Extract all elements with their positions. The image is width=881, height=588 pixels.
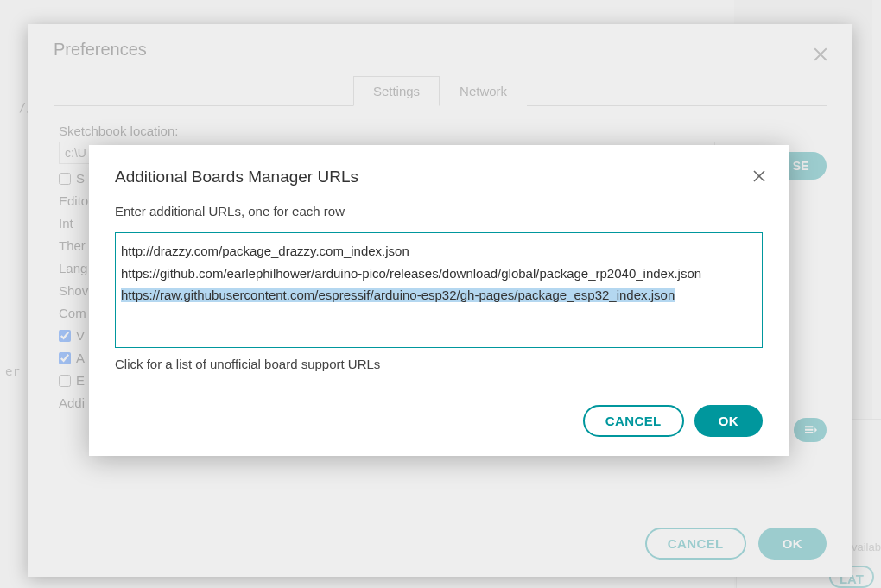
inner-dialog-footer: CANCEL OK (583, 405, 763, 437)
url-line: https://github.com/earlephilhower/arduin… (121, 262, 757, 285)
inner-dialog-subtitle: Enter additional URLs, one for each row (115, 204, 763, 218)
additional-urls-dialog: Additional Boards Manager URLs Enter add… (89, 145, 789, 456)
ok-button[interactable]: OK (694, 405, 763, 437)
cancel-button[interactable]: CANCEL (583, 405, 684, 437)
close-icon[interactable] (752, 169, 766, 183)
url-line: http://drazzy.com/package_drazzy.com_ind… (121, 240, 757, 262)
unofficial-urls-link[interactable]: Click for a list of unofficial board sup… (115, 357, 763, 371)
urls-textarea[interactable]: http://drazzy.com/package_drazzy.com_ind… (115, 232, 763, 348)
url-line: https://raw.githubusercontent.com/espres… (121, 284, 757, 307)
inner-dialog-title: Additional Boards Manager URLs (115, 168, 763, 187)
